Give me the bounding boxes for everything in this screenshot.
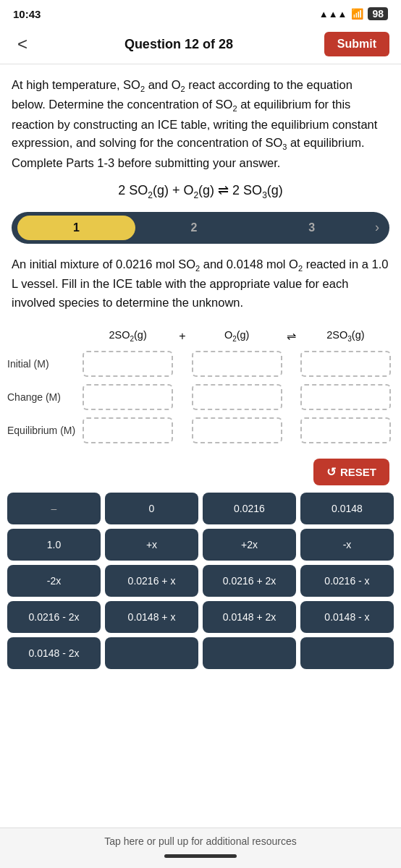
cell-initial-so2[interactable] (80, 347, 176, 380)
table-row-change: Change (M) (7, 380, 394, 414)
table-header-so3: 2SO3(g) (297, 325, 394, 347)
table-header-so2: 2SO2(g) (80, 325, 176, 347)
key-plus-x[interactable]: +x (105, 529, 198, 561)
chevron-right-icon[interactable]: › (371, 220, 384, 235)
table-header-eq: ⇌ (285, 325, 297, 347)
row-label-change: Change (M) (7, 380, 80, 414)
signal-icon: ▲▲▲ (319, 9, 347, 20)
key-minus-x[interactable]: -x (300, 529, 394, 561)
wifi-icon: 📶 (351, 8, 363, 20)
input-change-o2[interactable] (192, 384, 282, 410)
input-change-so2[interactable] (83, 384, 173, 410)
cell-change-so2[interactable] (80, 380, 176, 414)
tab-step-2[interactable]: 2 (135, 216, 253, 240)
key-0216-minus-2x[interactable]: 0.0216 - 2x (7, 601, 101, 633)
key-0148-plus-x[interactable]: 0.0148 + x (105, 601, 198, 633)
battery-indicator: 98 (368, 7, 388, 20)
row-label-equilibrium: Equilibrium (M) (7, 414, 80, 447)
cell-change-so3[interactable] (297, 380, 394, 414)
sub-question-text: An initial mixture of 0.0216 mol SO2 and… (0, 247, 401, 319)
ice-table-container: 2SO2(g) + O2(g) ⇌ 2SO3(g) Initial (M) Ch… (0, 319, 401, 453)
reset-button[interactable]: ↺ RESET (313, 459, 389, 485)
time-display: 10:43 (13, 8, 41, 20)
status-bar: 10:43 ▲▲▲ 📶 98 (0, 0, 401, 25)
key-0216-minus-x[interactable]: 0.0216 - x (300, 565, 394, 597)
nav-title: Question 12 of 28 (124, 37, 233, 52)
input-eq-so2[interactable] (83, 417, 173, 443)
key-0216[interactable]: 0.0216 (203, 493, 296, 524)
key-minus[interactable]: – (7, 493, 101, 524)
input-change-so3[interactable] (300, 384, 391, 410)
home-indicator (164, 854, 237, 858)
nav-bar: < Question 12 of 28 Submit (0, 25, 401, 64)
key-0148-plus-2x[interactable]: 0.0148 + 2x (203, 601, 296, 633)
reset-row: ↺ RESET (0, 453, 401, 488)
key-0216-plus-2x[interactable]: 0.0216 + 2x (203, 565, 296, 597)
input-initial-so2[interactable] (83, 351, 173, 377)
input-eq-o2[interactable] (192, 417, 282, 443)
cell-change-o2[interactable] (189, 380, 285, 414)
input-eq-so3[interactable] (300, 417, 391, 443)
key-empty-3 (300, 637, 394, 669)
input-initial-so3[interactable] (300, 351, 391, 377)
chem-equation: 2 SO2(g) + O2(g) ⇌ 2 SO3(g) (0, 178, 401, 209)
key-0148-minus-2x[interactable]: 0.0148 - 2x (7, 637, 101, 669)
cell-eq-so2[interactable] (80, 414, 176, 447)
tap-bar[interactable]: Tap here or pull up for additional resou… (0, 827, 401, 868)
question-text: At high temperature, SO2 and O2 react ac… (0, 64, 401, 178)
input-initial-o2[interactable] (192, 351, 282, 377)
cell-initial-so3[interactable] (297, 347, 394, 380)
table-header-o2: O2(g) (189, 325, 285, 347)
step-tabs: 1 2 3 › (12, 212, 389, 244)
cell-eq-o2[interactable] (189, 414, 285, 447)
key-0[interactable]: 0 (105, 493, 198, 524)
key-plus-2x[interactable]: +2x (203, 529, 296, 561)
cell-initial-o2[interactable] (189, 347, 285, 380)
tab-step-1[interactable]: 1 (17, 216, 135, 240)
back-button[interactable]: < (12, 33, 33, 56)
key-minus-2x[interactable]: -2x (7, 565, 101, 597)
submit-button[interactable]: Submit (324, 32, 389, 56)
row-label-initial: Initial (M) (7, 347, 80, 380)
ice-table: 2SO2(g) + O2(g) ⇌ 2SO3(g) Initial (M) Ch… (7, 325, 394, 447)
key-0148-minus-x[interactable]: 0.0148 - x (300, 601, 394, 633)
table-row-equilibrium: Equilibrium (M) (7, 414, 394, 447)
cell-eq-so3[interactable] (297, 414, 394, 447)
key-0216-plus-x[interactable]: 0.0216 + x (105, 565, 198, 597)
key-1point0[interactable]: 1.0 (7, 529, 101, 561)
key-empty-1 (105, 637, 198, 669)
tap-bar-text: Tap here or pull up for additional resou… (104, 835, 296, 847)
tab-step-3[interactable]: 3 (253, 216, 371, 240)
table-header-label (7, 325, 80, 347)
key-0148[interactable]: 0.0148 (300, 493, 394, 524)
reset-label: RESET (340, 466, 376, 478)
status-right: ▲▲▲ 📶 98 (319, 7, 388, 20)
key-empty-2 (203, 637, 296, 669)
reset-icon: ↺ (326, 465, 336, 479)
table-header-plus: + (176, 325, 188, 347)
keypad: – 0 0.0216 0.0148 1.0 +x +2x -x -2x 0.02… (0, 488, 401, 673)
table-row-initial: Initial (M) (7, 347, 394, 380)
